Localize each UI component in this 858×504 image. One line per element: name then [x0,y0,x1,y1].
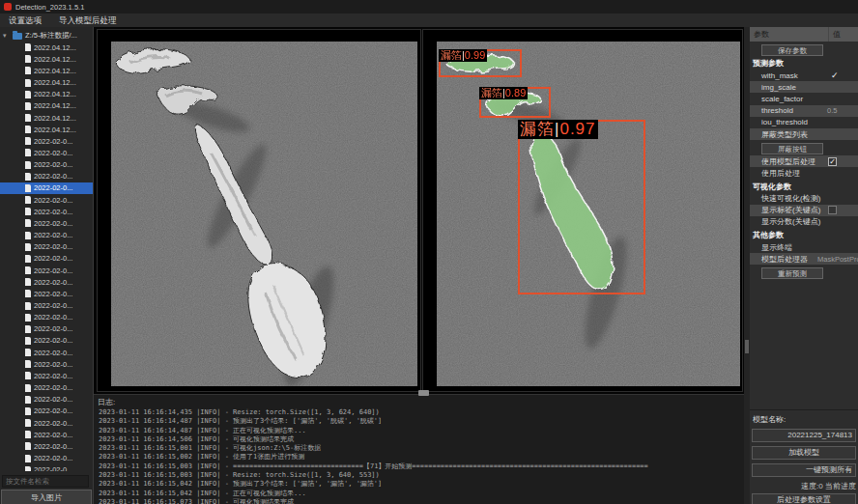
file-icon [25,67,31,74]
predict-all-button[interactable]: 一键预测所有 [752,463,856,477]
detection-box: 漏箔|0.97 [518,120,645,294]
chevron-down-icon[interactable]: ▾ [3,32,10,40]
file-icon [25,360,31,368]
param-button[interactable]: 屏蔽按钮 [761,143,823,154]
tree-item[interactable]: 2022.04.12... [0,65,93,76]
tree-item[interactable]: 2022.04.12... [0,124,93,135]
log-line: 2023-01-11 16:16:14,487 |INFO| - 正在可视化预测… [99,427,744,435]
tree-item[interactable]: 2022-02-0... [0,335,93,347]
tree-item[interactable]: 2022.04.12... [0,100,93,112]
tree-item[interactable]: 2022-02-0... [0,288,93,299]
tree-item[interactable]: 2022-02-0... [0,358,93,370]
tree-item[interactable]: 2022.04.12... [0,112,93,124]
file-icon [25,419,31,427]
cls-text: 漏箔 [520,120,555,138]
tree-item[interactable]: 2022-02-0... [0,276,93,288]
tree-root-label: Z:/5-标注数据/... [25,31,77,41]
tree-item[interactable]: 2022.04.12... [0,42,93,53]
tree-item[interactable]: 2022-02-0 [0,464,93,471]
tree-item[interactable]: 2022-02-0... [0,429,93,440]
param-row[interactable]: 使用后处理 [750,167,858,179]
tree-item[interactable]: 2022-02-0... [0,182,93,194]
file-icon [25,349,31,356]
menu-item-settings[interactable]: 设置选项 [0,14,50,27]
param-section-title: 预测参数 [750,57,858,70]
menu-item-import-postprocess[interactable]: 导入模型后处理 [50,14,126,27]
checkbox-checked[interactable]: ✓ [828,157,837,166]
param-row[interactable]: threshold0.5 [750,105,858,117]
file-icon [25,255,31,263]
original-image-canvas [111,42,417,386]
original-image-panel[interactable] [97,29,421,392]
log-line: 2023-01-11 16:16:15,042 |INFO| - 正在可视化预测… [99,490,744,498]
save-params-button[interactable]: 保存参数 [761,44,823,56]
tree-item-label: 2022-02-0... [34,360,72,369]
param-row[interactable]: with_mask✓ [750,70,858,81]
param-label: 显示标签(关键点) [761,205,820,215]
checkbox-empty[interactable] [828,206,837,214]
prediction-image: 漏箔|0.99漏箔|0.89漏箔|0.97 [437,42,740,386]
param-row[interactable]: scale_factor [750,93,858,104]
tree-item[interactable]: 2022-02-0... [0,206,93,217]
file-tree: ▾ Z:/5-标注数据/... 2022.04.12...2022.04.12.… [0,29,93,471]
param-row[interactable]: 显示终端 [750,241,858,253]
tree-item-label: 2022-02-0... [34,242,72,251]
param-row[interactable]: 模型后处理器MaskPostPro [750,253,858,265]
vertical-scrollbar-thumb[interactable] [745,340,749,353]
param-row[interactable]: 快速可视化(检测) [750,193,858,205]
tree-item[interactable]: 2022-02-0... [0,440,93,452]
file-icon [25,442,31,450]
file-icon [25,137,31,145]
tree-item[interactable]: 2022-02-0... [0,406,93,417]
param-row[interactable]: 屏蔽类型列表 [750,128,858,140]
tree-item-label: 2022-02-0... [34,219,72,228]
tree-item[interactable]: 2022-02-0... [0,299,93,311]
param-row[interactable]: 显示标签(关键点) [750,205,858,216]
file-icon [25,149,31,156]
file-icon [25,466,31,471]
param-row[interactable]: 使用模型后处理✓ [750,155,858,167]
tree-item[interactable]: 2022-02-0... [0,194,93,206]
tree-item[interactable]: 2022-02-0... [0,230,93,241]
file-icon [25,43,31,51]
import-image-button[interactable]: 导入图片 [1,490,92,504]
param-row[interactable]: img_scale [750,81,858,93]
tree-item[interactable]: 2022-02-0... [0,135,93,147]
tree-item[interactable]: 2022-02-0... [0,417,93,429]
detection-box: 漏箔|0.99 [439,49,522,77]
tree-item[interactable]: 2022-02-0... [0,171,93,182]
prediction-image-panel[interactable]: 漏箔|0.99漏箔|0.89漏箔|0.97 [422,29,743,392]
param-table-header: 参数 值 [750,27,858,42]
tree-item[interactable]: 2022-02-0... [0,347,93,358]
detection-label: 漏箔|0.97 [518,120,598,139]
param-value: MaskPostPro [817,253,858,265]
search-input[interactable] [2,475,89,488]
tree-item[interactable]: 2022-02-0... [0,312,93,323]
tree-item[interactable]: 2022-02-0... [0,147,93,158]
tree-item[interactable]: 2022-02-0... [0,370,93,381]
tree-item[interactable]: 2022-02-0... [0,452,93,463]
tree-item-label: 2022-02-0... [34,301,72,310]
tree-item[interactable]: 2022.04.12... [0,53,93,65]
tree-item[interactable]: 2022-02-0... [0,265,93,276]
file-sidebar: ▾ Z:/5-标注数据/... 2022.04.12...2022.04.12.… [0,27,94,504]
tree-item[interactable]: 2022-02-0... [0,323,93,335]
tree-root-folder[interactable]: ▾ Z:/5-标注数据/... [0,29,93,42]
tree-item[interactable]: 2022-02-0... [0,382,93,394]
tree-item[interactable]: 2022.04.12... [0,76,93,88]
tree-item[interactable]: 2022-02-0... [0,241,93,253]
tree-item[interactable]: 2022-02-0... [0,394,93,406]
load-model-button[interactable]: 加载模型 [752,446,856,460]
tree-item-label: 2022-02-0... [34,278,72,287]
tree-item[interactable]: 2022-02-0... [0,217,93,229]
param-row[interactable]: 显示分数(关键点) [750,216,858,228]
tree-item[interactable]: 2022-02-0... [0,159,93,171]
postprocess-settings-button[interactable]: 后处理参数设置 [752,493,856,504]
tree-item[interactable]: 2022-02-0... [0,253,93,265]
cls-text: 漏箔 [441,49,462,61]
model-name-field[interactable]: 20221225_174813 [752,429,856,442]
tree-item[interactable]: 2022.04.12... [0,89,93,100]
horizontal-scrollbar-thumb[interactable] [418,390,429,396]
param-row[interactable]: iou_threshold [750,117,858,128]
param-button[interactable]: 重新预测 [761,267,823,279]
